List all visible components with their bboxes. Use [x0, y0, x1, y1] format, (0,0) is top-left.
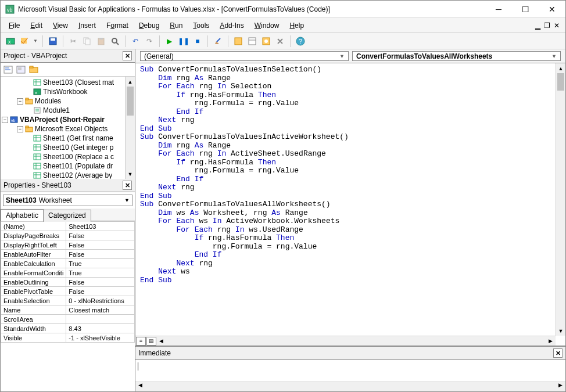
menu-window[interactable]: Window	[250, 20, 284, 31]
immediate-close-button[interactable]: ✕	[553, 348, 563, 358]
tree-item[interactable]: Sheet102 (Average by	[1, 171, 135, 179]
property-value[interactable]: True	[66, 259, 135, 268]
menu-file[interactable]: File	[4, 20, 24, 31]
properties-grid[interactable]: (Name)Sheet103DisplayPageBreaksFalseDisp…	[1, 221, 135, 391]
tree-item[interactable]: Module1	[1, 106, 135, 115]
view-excel-icon[interactable]: x	[5, 36, 16, 46]
tree-item[interactable]: Sheet100 (Replace a c	[1, 152, 135, 161]
project-explorer-icon[interactable]	[233, 36, 243, 46]
tree-item[interactable]: −vbVBAProject (Short-Repair	[1, 115, 135, 124]
procedure-combo[interactable]: ConvertFormulasToValuesAllWorksheets ▼	[352, 51, 561, 61]
tree-item[interactable]: Sheet10 (Get integer p	[1, 143, 135, 152]
property-value[interactable]: Closest match	[66, 305, 135, 315]
tree-toggle-icon[interactable]: −	[2, 117, 8, 123]
run-icon[interactable]: ▶	[164, 36, 175, 46]
property-row[interactable]: EnableOutliningFalse	[1, 278, 135, 287]
code-editor[interactable]: Sub ConvertFormulasToValuesInSelection()…	[135, 63, 565, 346]
menu-run[interactable]: Run	[165, 20, 187, 31]
property-value[interactable]: 0 - xlNoRestrictions	[66, 296, 135, 305]
menu-edit[interactable]: Edit	[26, 20, 47, 31]
menu-view[interactable]: View	[48, 20, 73, 31]
reset-icon[interactable]: ■	[192, 36, 203, 46]
dropdown-caret-icon[interactable]: ▼	[33, 38, 38, 44]
scroll-right-icon[interactable]: ▶	[546, 338, 556, 344]
scroll-down-icon[interactable]: ▼	[556, 326, 565, 336]
scroll-left-icon[interactable]: ◀	[135, 382, 145, 391]
immediate-hscrollbar[interactable]: ◀ ▶	[135, 382, 565, 391]
property-row[interactable]: DisplayPageBreaksFalse	[1, 231, 135, 240]
property-row[interactable]: Visible-1 - xlSheetVisible	[1, 333, 135, 343]
property-row[interactable]: EnableFormatConditiTrue	[1, 268, 135, 278]
find-icon[interactable]	[110, 36, 120, 46]
property-value[interactable]: -1 - xlSheetVisible	[66, 333, 135, 343]
break-icon[interactable]: ❚❚	[178, 36, 189, 46]
property-row[interactable]: DisplayRightToLeftFalse	[1, 240, 135, 250]
mdi-close-icon[interactable]: ✕	[554, 21, 560, 30]
scroll-left-icon[interactable]: ◀	[156, 338, 166, 344]
scroll-thumb[interactable]	[557, 73, 564, 91]
property-value[interactable]: False	[66, 250, 135, 259]
tree-item[interactable]: Sheet1 (Get first name	[1, 134, 135, 143]
property-row[interactable]: ScrollArea	[1, 315, 135, 324]
property-value[interactable]: False	[66, 278, 135, 287]
menu-format[interactable]: Format	[102, 20, 133, 31]
mdi-restore-icon[interactable]: ❐	[544, 21, 550, 30]
cut-icon[interactable]: ✂	[68, 36, 78, 46]
mdi-minimize-icon[interactable]: ▁	[535, 21, 540, 30]
property-value[interactable]	[66, 315, 135, 324]
tree-toggle-icon[interactable]: −	[17, 98, 23, 105]
copy-icon[interactable]	[82, 36, 92, 46]
scroll-up-icon[interactable]: ▲	[126, 77, 135, 87]
scroll-right-icon[interactable]: ▶	[556, 382, 565, 391]
save-icon[interactable]	[48, 36, 58, 46]
tree-toggle-icon[interactable]: −	[17, 126, 23, 132]
property-row[interactable]: (Name)Sheet103	[1, 222, 135, 231]
code-hscrollbar[interactable]: ◀ ▶	[156, 338, 556, 344]
tab-categorized[interactable]: Categorized	[43, 210, 91, 222]
tree-item[interactable]: Sheet101 (Populate dr	[1, 161, 135, 171]
toggle-folders-icon[interactable]	[28, 64, 39, 75]
undo-icon[interactable]: ↶	[130, 36, 141, 46]
menu-tools[interactable]: Tools	[188, 20, 214, 31]
object-browser-icon[interactable]	[261, 36, 271, 46]
scroll-down-icon[interactable]: ▼	[126, 169, 135, 179]
tab-alphabetic[interactable]: Alphabetic	[1, 209, 44, 221]
view-object-icon[interactable]	[16, 64, 26, 75]
menu-addins[interactable]: Add-Ins	[215, 20, 248, 31]
scroll-up-icon[interactable]: ▲	[556, 63, 565, 73]
toolbox-icon[interactable]	[275, 36, 285, 46]
property-row[interactable]: EnableSelection0 - xlNoRestrictions	[1, 296, 135, 305]
property-value[interactable]: False	[66, 240, 135, 250]
help-icon[interactable]: ?	[295, 36, 306, 46]
properties-window-icon[interactable]	[247, 36, 257, 46]
property-row[interactable]: EnableAutoFilterFalse	[1, 250, 135, 259]
close-button[interactable]: ✕	[539, 1, 565, 18]
project-panel-close-button[interactable]: ✕	[123, 51, 132, 60]
property-value[interactable]: Sheet103	[66, 222, 135, 231]
design-mode-icon[interactable]	[213, 36, 223, 46]
code-vscrollbar[interactable]: ▲ ▼	[556, 63, 565, 336]
insert-dropdown-icon[interactable]	[19, 36, 30, 46]
object-combo[interactable]: (General) ▼	[140, 51, 349, 61]
property-row[interactable]: NameClosest match	[1, 305, 135, 315]
menu-debug[interactable]: Debug	[134, 20, 164, 31]
full-module-view-button[interactable]: ▤	[146, 337, 156, 346]
property-value[interactable]: False	[66, 231, 135, 240]
property-row[interactable]: EnablePivotTableFalse	[1, 287, 135, 296]
property-value[interactable]: 8.43	[66, 324, 135, 333]
properties-object-selector[interactable]: Sheet103 Worksheet ▼	[3, 195, 132, 206]
minimize-button[interactable]: ─	[485, 1, 512, 18]
paste-icon[interactable]	[96, 36, 106, 46]
procedure-view-button[interactable]: ≡	[136, 337, 146, 346]
maximize-button[interactable]: ☐	[512, 1, 539, 18]
properties-panel-close-button[interactable]: ✕	[123, 181, 132, 190]
tree-item[interactable]: Sheet103 (Closest mat	[1, 78, 135, 87]
project-tree[interactable]: Sheet103 (Closest matxThisWorkbook−Modul…	[1, 77, 135, 179]
redo-icon[interactable]: ↷	[144, 36, 155, 46]
menu-help[interactable]: Help	[285, 20, 309, 31]
property-row[interactable]: EnableCalculationTrue	[1, 259, 135, 268]
property-value[interactable]: True	[66, 268, 135, 278]
project-tree-scrollbar[interactable]: ▲ ▼	[125, 77, 135, 179]
immediate-input[interactable]	[135, 360, 565, 382]
view-code-icon[interactable]	[3, 64, 13, 75]
